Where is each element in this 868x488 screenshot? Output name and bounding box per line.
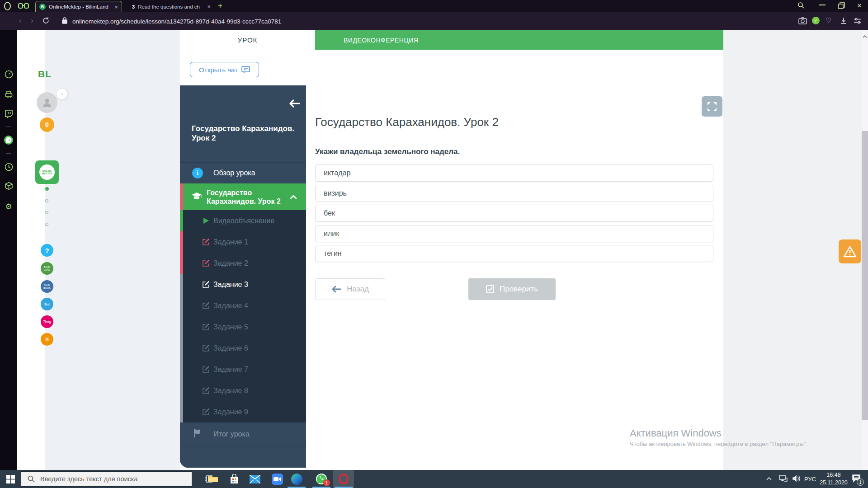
user-avatar[interactable] [37,92,57,113]
onlinemektep-tile[interactable]: ONLINE MEKTEP [35,160,59,184]
nav-item-task-9[interactable]: Задание 9 [180,401,306,422]
help-app-icon[interactable]: ? [41,244,53,257]
speaker-icon[interactable] [792,474,801,484]
nav-item-summary[interactable]: Итог урока [180,422,306,446]
nav-item-label: Задание 3 [213,281,248,289]
sidebar-collapse-handle[interactable]: › [56,88,68,100]
warning-triangle-icon [843,245,857,258]
itest-app-icon[interactable]: iTest [41,298,53,310]
edit-icon [202,366,210,374]
state-strip [180,359,183,380]
speed-dial-icon[interactable] [0,70,17,80]
check-button[interactable]: Проверить [468,278,556,300]
gx-corner-icon[interactable] [18,2,29,11]
zoom-app-button[interactable] [267,470,288,488]
restore-button[interactable] [838,2,845,11]
twig-app-icon[interactable]: Twig [41,315,53,328]
imektep-app-icon[interactable]: ✳ [41,333,53,346]
scrollbar-thumb[interactable] [862,131,868,420]
tab-close-icon[interactable]: × [114,4,118,10]
forward-nav-icon[interactable]: › [31,16,33,25]
nav-item-task-6[interactable]: Задание 6 [180,338,306,359]
answer-option-2[interactable]: визирь [315,185,713,202]
bilimland-favicon: B [39,4,46,10]
taskbar-search[interactable]: Введите здесь текст для поиска [21,471,192,487]
extensions-box-icon[interactable] [0,182,17,192]
twitch-icon[interactable] [0,109,17,120]
minimize-button[interactable] [819,5,826,5]
nav-item-task-8[interactable]: Задание 8 [180,380,306,401]
mail-button[interactable] [245,470,265,488]
gx-cleaner-icon[interactable] [0,90,17,100]
shield-secure-icon[interactable]: ✓ [812,17,820,24]
back-arrow-icon[interactable] [288,99,300,110]
heart-bookmark-icon[interactable]: ♡ [826,16,831,24]
browser-tab-active[interactable]: B OnlineMektep - BilimLand × [35,1,122,12]
state-strip [180,210,183,231]
nav-item-video[interactable]: Видеообъяснение [180,210,306,231]
bilimbook-app-icon[interactable]: BILIM BOOK [41,280,53,293]
action-center-icon[interactable]: 1 [852,474,862,484]
clock-date[interactable]: 25.11.2020 [818,479,849,486]
answer-option-4[interactable]: илик [315,225,713,242]
search-tabs-icon[interactable] [797,2,805,10]
warning-button[interactable] [839,239,861,263]
tray-chevron-icon[interactable] [766,475,772,482]
start-button[interactable] [0,470,21,488]
nav-item-task-5[interactable]: Задание 5 [180,316,306,338]
network-icon[interactable] [778,474,788,484]
language-indicator[interactable]: РУС [804,476,816,483]
tab2-favicon: 3 [132,4,135,9]
settings-sliders-icon[interactable] [854,17,862,26]
open-chat-button[interactable]: Открыть чат [190,62,259,77]
whatsapp-panel-icon[interactable] [0,135,17,147]
notification-badge[interactable]: 0 [40,117,54,132]
nav-item-task-1[interactable]: Задание 1 [180,231,306,253]
page-dot-active[interactable] [45,187,49,191]
answer-option-5[interactable]: тегин [315,245,713,262]
page-dot[interactable] [45,211,48,214]
nav-item-label: Задание 4 [213,302,248,310]
snapshot-camera-icon[interactable] [798,17,807,26]
file-explorer-button[interactable] [203,470,223,488]
state-strip [180,401,183,422]
settings-gear-icon[interactable]: ⚙ [0,202,17,211]
page-dot[interactable] [45,223,48,226]
tab-close-icon[interactable]: × [207,3,211,10]
whatsapp-button[interactable]: 1 [311,470,332,488]
close-window-button[interactable]: × [857,1,862,10]
edge-browser-button[interactable] [286,470,307,488]
nav-item-task-7[interactable]: Задание 7 [180,359,306,380]
history-clock-icon[interactable] [0,163,17,173]
nav-item-task-3[interactable]: Задание 3 [180,274,306,295]
download-icon[interactable] [840,17,847,26]
nav-item-overview[interactable]: i Обзор урока [180,162,306,183]
url-text[interactable]: onlinemektep.org/schedule/lesson/a134275… [72,18,281,25]
clock-time[interactable]: 16:48 [823,472,844,478]
opera-gx-button[interactable] [333,470,354,488]
tab-videoconference[interactable]: ВИДЕОКОНФЕРЕНЦИЯ [315,30,723,50]
nav-item-task-2[interactable]: Задание 2 [180,253,306,274]
whatsapp-badge: 1 [323,479,330,486]
nav-item-label: Задание 5 [213,323,248,331]
question-text: Укажи владельца земельного надела. [315,147,460,156]
page-dot[interactable] [45,199,48,202]
scrollbar-up-icon[interactable] [863,32,867,40]
fullscreen-expand-button[interactable] [702,96,722,117]
browser-tab-2[interactable]: 3 Read the questions and ch × [128,1,214,12]
state-strip [180,380,183,401]
edit-icon [202,344,210,352]
answer-option-3[interactable]: бек [315,205,713,222]
new-tab-button[interactable]: + [218,1,222,10]
tab-lesson[interactable]: УРОК [180,30,315,50]
bilimland-app-icon[interactable]: BILIM LAND [41,262,53,275]
back-button[interactable]: Назад [315,278,385,300]
ms-store-button[interactable] [224,470,245,488]
info-icon: i [192,168,203,178]
nav-item-task-4[interactable]: Задание 4 [180,295,306,316]
answer-option-1[interactable]: иктадар [315,164,713,182]
lock-icon[interactable] [61,17,68,26]
nav-item-active-section[interactable]: Государство Караханидов. Урок 2 [180,183,306,210]
back-nav-icon[interactable]: ‹ [19,16,22,25]
reload-icon[interactable] [42,17,50,26]
